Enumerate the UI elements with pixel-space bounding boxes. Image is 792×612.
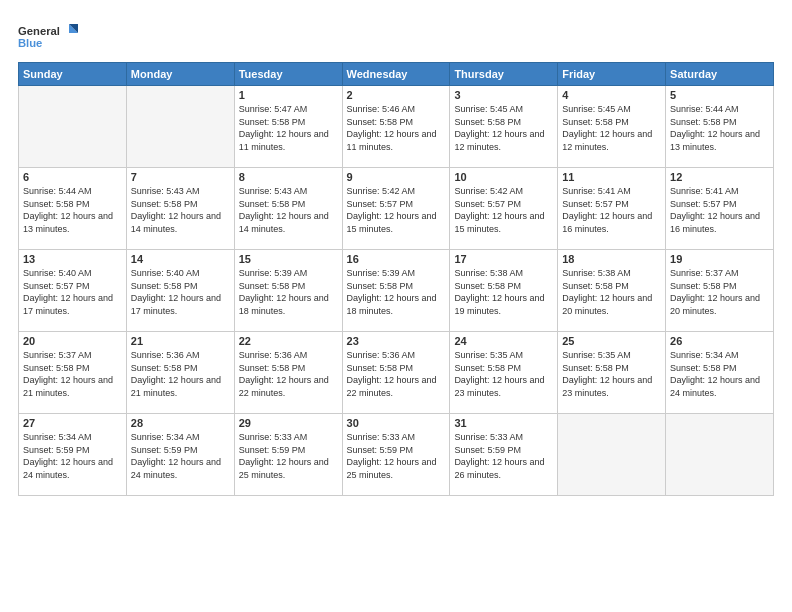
day-number: 10	[454, 171, 553, 183]
day-info: Sunrise: 5:35 AMSunset: 5:58 PMDaylight:…	[454, 349, 553, 399]
calendar-week-row: 20Sunrise: 5:37 AMSunset: 5:58 PMDayligh…	[19, 332, 774, 414]
day-number: 18	[562, 253, 661, 265]
day-number: 28	[131, 417, 230, 429]
day-number: 27	[23, 417, 122, 429]
logo-svg: General Blue	[18, 18, 78, 54]
calendar-week-row: 1Sunrise: 5:47 AMSunset: 5:58 PMDaylight…	[19, 86, 774, 168]
calendar-cell: 23Sunrise: 5:36 AMSunset: 5:58 PMDayligh…	[342, 332, 450, 414]
day-number: 11	[562, 171, 661, 183]
day-number: 21	[131, 335, 230, 347]
day-number: 22	[239, 335, 338, 347]
day-info: Sunrise: 5:45 AMSunset: 5:58 PMDaylight:…	[562, 103, 661, 153]
calendar-cell: 6Sunrise: 5:44 AMSunset: 5:58 PMDaylight…	[19, 168, 127, 250]
day-header-sunday: Sunday	[19, 63, 127, 86]
day-number: 2	[347, 89, 446, 101]
calendar-week-row: 6Sunrise: 5:44 AMSunset: 5:58 PMDaylight…	[19, 168, 774, 250]
calendar-cell: 7Sunrise: 5:43 AMSunset: 5:58 PMDaylight…	[126, 168, 234, 250]
day-info: Sunrise: 5:46 AMSunset: 5:58 PMDaylight:…	[347, 103, 446, 153]
calendar-cell: 8Sunrise: 5:43 AMSunset: 5:58 PMDaylight…	[234, 168, 342, 250]
calendar-cell: 27Sunrise: 5:34 AMSunset: 5:59 PMDayligh…	[19, 414, 127, 496]
calendar-cell: 19Sunrise: 5:37 AMSunset: 5:58 PMDayligh…	[666, 250, 774, 332]
calendar-cell: 9Sunrise: 5:42 AMSunset: 5:57 PMDaylight…	[342, 168, 450, 250]
svg-text:General: General	[18, 25, 60, 37]
header: General Blue	[18, 18, 774, 54]
day-info: Sunrise: 5:47 AMSunset: 5:58 PMDaylight:…	[239, 103, 338, 153]
calendar-cell	[19, 86, 127, 168]
day-info: Sunrise: 5:41 AMSunset: 5:57 PMDaylight:…	[670, 185, 769, 235]
calendar-cell: 4Sunrise: 5:45 AMSunset: 5:58 PMDaylight…	[558, 86, 666, 168]
day-number: 24	[454, 335, 553, 347]
day-number: 5	[670, 89, 769, 101]
calendar-cell: 15Sunrise: 5:39 AMSunset: 5:58 PMDayligh…	[234, 250, 342, 332]
day-info: Sunrise: 5:41 AMSunset: 5:57 PMDaylight:…	[562, 185, 661, 235]
day-number: 6	[23, 171, 122, 183]
day-info: Sunrise: 5:34 AMSunset: 5:59 PMDaylight:…	[23, 431, 122, 481]
day-info: Sunrise: 5:38 AMSunset: 5:58 PMDaylight:…	[454, 267, 553, 317]
calendar-week-row: 13Sunrise: 5:40 AMSunset: 5:57 PMDayligh…	[19, 250, 774, 332]
day-number: 4	[562, 89, 661, 101]
day-info: Sunrise: 5:40 AMSunset: 5:57 PMDaylight:…	[23, 267, 122, 317]
day-number: 19	[670, 253, 769, 265]
day-number: 20	[23, 335, 122, 347]
day-number: 7	[131, 171, 230, 183]
calendar-cell: 12Sunrise: 5:41 AMSunset: 5:57 PMDayligh…	[666, 168, 774, 250]
day-header-thursday: Thursday	[450, 63, 558, 86]
calendar-cell: 13Sunrise: 5:40 AMSunset: 5:57 PMDayligh…	[19, 250, 127, 332]
day-info: Sunrise: 5:33 AMSunset: 5:59 PMDaylight:…	[347, 431, 446, 481]
calendar-cell: 2Sunrise: 5:46 AMSunset: 5:58 PMDaylight…	[342, 86, 450, 168]
calendar-cell: 21Sunrise: 5:36 AMSunset: 5:58 PMDayligh…	[126, 332, 234, 414]
day-number: 16	[347, 253, 446, 265]
day-number: 26	[670, 335, 769, 347]
day-number: 13	[23, 253, 122, 265]
day-header-monday: Monday	[126, 63, 234, 86]
day-number: 29	[239, 417, 338, 429]
day-info: Sunrise: 5:44 AMSunset: 5:58 PMDaylight:…	[23, 185, 122, 235]
day-info: Sunrise: 5:33 AMSunset: 5:59 PMDaylight:…	[454, 431, 553, 481]
day-info: Sunrise: 5:37 AMSunset: 5:58 PMDaylight:…	[670, 267, 769, 317]
day-info: Sunrise: 5:43 AMSunset: 5:58 PMDaylight:…	[131, 185, 230, 235]
day-header-friday: Friday	[558, 63, 666, 86]
day-number: 25	[562, 335, 661, 347]
day-number: 12	[670, 171, 769, 183]
logo: General Blue	[18, 18, 78, 54]
day-header-tuesday: Tuesday	[234, 63, 342, 86]
svg-text:Blue: Blue	[18, 37, 42, 49]
calendar-cell: 26Sunrise: 5:34 AMSunset: 5:58 PMDayligh…	[666, 332, 774, 414]
day-info: Sunrise: 5:36 AMSunset: 5:58 PMDaylight:…	[131, 349, 230, 399]
day-info: Sunrise: 5:36 AMSunset: 5:58 PMDaylight:…	[239, 349, 338, 399]
calendar-cell: 14Sunrise: 5:40 AMSunset: 5:58 PMDayligh…	[126, 250, 234, 332]
day-info: Sunrise: 5:37 AMSunset: 5:58 PMDaylight:…	[23, 349, 122, 399]
calendar-cell	[666, 414, 774, 496]
day-number: 15	[239, 253, 338, 265]
day-info: Sunrise: 5:33 AMSunset: 5:59 PMDaylight:…	[239, 431, 338, 481]
day-info: Sunrise: 5:35 AMSunset: 5:58 PMDaylight:…	[562, 349, 661, 399]
day-number: 8	[239, 171, 338, 183]
calendar-cell: 31Sunrise: 5:33 AMSunset: 5:59 PMDayligh…	[450, 414, 558, 496]
calendar-cell	[126, 86, 234, 168]
day-number: 23	[347, 335, 446, 347]
calendar-cell: 3Sunrise: 5:45 AMSunset: 5:58 PMDaylight…	[450, 86, 558, 168]
day-info: Sunrise: 5:39 AMSunset: 5:58 PMDaylight:…	[239, 267, 338, 317]
calendar-cell: 22Sunrise: 5:36 AMSunset: 5:58 PMDayligh…	[234, 332, 342, 414]
day-number: 14	[131, 253, 230, 265]
calendar-cell: 30Sunrise: 5:33 AMSunset: 5:59 PMDayligh…	[342, 414, 450, 496]
day-info: Sunrise: 5:39 AMSunset: 5:58 PMDaylight:…	[347, 267, 446, 317]
day-number: 9	[347, 171, 446, 183]
calendar-cell: 29Sunrise: 5:33 AMSunset: 5:59 PMDayligh…	[234, 414, 342, 496]
calendar-cell: 11Sunrise: 5:41 AMSunset: 5:57 PMDayligh…	[558, 168, 666, 250]
calendar-cell	[558, 414, 666, 496]
day-info: Sunrise: 5:42 AMSunset: 5:57 PMDaylight:…	[347, 185, 446, 235]
page: General Blue SundayMondayTuesdayWednesda…	[0, 0, 792, 612]
day-info: Sunrise: 5:40 AMSunset: 5:58 PMDaylight:…	[131, 267, 230, 317]
calendar-cell: 18Sunrise: 5:38 AMSunset: 5:58 PMDayligh…	[558, 250, 666, 332]
day-number: 1	[239, 89, 338, 101]
calendar-cell: 16Sunrise: 5:39 AMSunset: 5:58 PMDayligh…	[342, 250, 450, 332]
calendar-cell: 24Sunrise: 5:35 AMSunset: 5:58 PMDayligh…	[450, 332, 558, 414]
calendar-header-row: SundayMondayTuesdayWednesdayThursdayFrid…	[19, 63, 774, 86]
day-info: Sunrise: 5:36 AMSunset: 5:58 PMDaylight:…	[347, 349, 446, 399]
calendar-cell: 28Sunrise: 5:34 AMSunset: 5:59 PMDayligh…	[126, 414, 234, 496]
day-info: Sunrise: 5:43 AMSunset: 5:58 PMDaylight:…	[239, 185, 338, 235]
day-number: 31	[454, 417, 553, 429]
day-header-saturday: Saturday	[666, 63, 774, 86]
day-info: Sunrise: 5:44 AMSunset: 5:58 PMDaylight:…	[670, 103, 769, 153]
